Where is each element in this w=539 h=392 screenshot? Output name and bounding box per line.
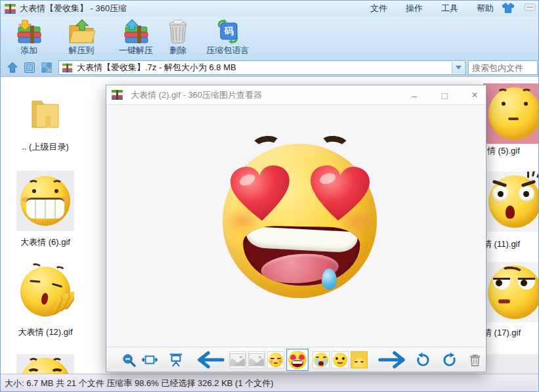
- menu-tools[interactable]: 工具: [441, 3, 458, 14]
- file-label[interactable]: 情 (5).gif: [487, 145, 520, 157]
- slideshow-icon[interactable]: [168, 347, 184, 372]
- viewer-archive-icon: [112, 90, 123, 100]
- image-viewer-window: 大表情 (2).gif - 360压缩图片查看器 – □ ×: [106, 85, 486, 372]
- one-click-extract-label: 一键解压: [119, 45, 153, 56]
- main-toolbar: 添加 解压到 一键解压: [1, 16, 539, 58]
- app-archive-icon: [5, 4, 16, 14]
- up-directory-icon[interactable]: [6, 61, 19, 74]
- viewer-title: 大表情 (2).gif - 360压缩图片查看器: [131, 89, 262, 101]
- add-button[interactable]: 添加: [9, 18, 49, 56]
- feedback-icon[interactable]: [524, 3, 536, 16]
- heart-eye-left: [228, 164, 293, 225]
- extract-to-button[interactable]: 解压到: [57, 18, 106, 56]
- menu-bar: 文件 操作 工具 帮助: [370, 1, 494, 16]
- file-thumbnail[interactable]: [16, 261, 74, 322]
- extract-to-label: 解压到: [69, 45, 95, 56]
- archive-path-combobox[interactable]: 大表情【爱收集】.7z - 解包大小为 6.8 MB: [58, 60, 465, 75]
- archive-language-icon: 码: [215, 18, 241, 44]
- file-thumbnail-selected[interactable]: [483, 83, 539, 144]
- viewer-delete-icon[interactable]: [466, 347, 483, 372]
- file-thumbnail[interactable]: [16, 354, 74, 374]
- one-click-extract-button[interactable]: 一键解压: [111, 18, 161, 56]
- menu-file[interactable]: 文件: [370, 3, 387, 14]
- search-box: [468, 60, 538, 75]
- view-mode-icon[interactable]: [23, 61, 36, 74]
- filmstrip-thumb-chin[interactable]: [332, 351, 349, 368]
- viewer-close-button[interactable]: ×: [469, 89, 481, 102]
- combobox-dropdown-button[interactable]: [452, 62, 464, 74]
- add-label: 添加: [20, 45, 37, 56]
- window-title: 大表情【爱收集】 - 360压缩: [20, 3, 127, 14]
- file-thumbnail[interactable]: [483, 171, 539, 232]
- file-label[interactable]: 大表情 (12).gif: [16, 326, 74, 338]
- icon-view-grid-icon[interactable]: [40, 61, 53, 74]
- parent-directory-item[interactable]: [16, 83, 74, 144]
- menu-help[interactable]: 帮助: [477, 3, 494, 14]
- delete-button[interactable]: 删除: [162, 18, 194, 56]
- search-input[interactable]: [469, 61, 537, 74]
- heart-eye-right: [307, 164, 372, 225]
- viewer-minimize-button[interactable]: –: [408, 90, 420, 101]
- filmstrip-placeholder-2[interactable]: [248, 351, 265, 368]
- folder-icon: [28, 98, 62, 129]
- skin-theme-icon[interactable]: [502, 2, 515, 16]
- status-bar: 大小: 6.7 MB 共 21 个文件 压缩率 98.6% 已经选择 326.2…: [1, 374, 539, 392]
- trash-icon: [167, 18, 189, 44]
- fit-to-window-icon[interactable]: [142, 347, 158, 372]
- address-bar: 大表情【爱收集】.7z - 解包大小为 6.8 MB: [1, 58, 539, 77]
- drool-drop: [322, 269, 337, 290]
- status-text: 大小: 6.7 MB 共 21 个文件 压缩率 98.6% 已经选择 326.2…: [5, 378, 274, 389]
- menu-operation[interactable]: 操作: [406, 3, 423, 14]
- viewer-toolbar: [106, 347, 486, 372]
- app-window: 大表情【爱收集】 - 360压缩 文件 操作 工具 帮助: [0, 0, 539, 392]
- code-glyph: 码: [221, 24, 237, 39]
- viewer-maximize-button[interactable]: □: [439, 90, 450, 101]
- rotate-left-icon[interactable]: [414, 347, 431, 372]
- viewer-title-bar: 大表情 (2).gif - 360压缩图片查看器 – □ ×: [106, 85, 486, 105]
- extract-folder-icon: [68, 18, 95, 44]
- filmstrip-thumb-peeking[interactable]: [351, 351, 368, 368]
- one-click-extract-icon: [123, 18, 149, 44]
- archive-language-label: 压缩包语言: [207, 45, 249, 56]
- filmstrip-thumb-shy[interactable]: [267, 351, 284, 368]
- file-label[interactable]: 情 (11).gif: [483, 238, 520, 250]
- add-archive-icon: [16, 18, 42, 44]
- filmstrip-thumb-heart-eyes-selected[interactable]: [286, 349, 309, 371]
- previous-image-icon[interactable]: [196, 347, 226, 372]
- archive-file-icon: [62, 63, 72, 72]
- title-bar: 大表情【爱收集】 - 360压缩 文件 操作 工具 帮助: [1, 1, 539, 16]
- filmstrip-placeholder-1[interactable]: [229, 351, 246, 368]
- viewer-canvas: [106, 105, 486, 347]
- file-thumbnail[interactable]: [16, 171, 74, 231]
- file-thumbnail[interactable]: [483, 262, 539, 322]
- heart-eyes-emoji-image: [223, 144, 377, 298]
- file-label[interactable]: 情 (17).gif: [483, 327, 521, 339]
- archive-path-text: 大表情【爱收集】.7z - 解包大小为 6.8 MB: [77, 62, 236, 74]
- archive-language-button[interactable]: 码 压缩包语言: [198, 18, 258, 56]
- rotate-right-icon[interactable]: [441, 347, 458, 372]
- filmstrip-thumb-crying[interactable]: [313, 351, 330, 368]
- delete-label: 删除: [169, 45, 186, 56]
- zoom-out-icon[interactable]: [121, 347, 137, 372]
- file-thumbnail[interactable]: [483, 354, 539, 374]
- parent-directory-label[interactable]: .. (上级目录): [16, 141, 74, 153]
- next-image-icon[interactable]: [377, 347, 407, 372]
- file-label[interactable]: 大表情 (6).gif: [16, 236, 74, 248]
